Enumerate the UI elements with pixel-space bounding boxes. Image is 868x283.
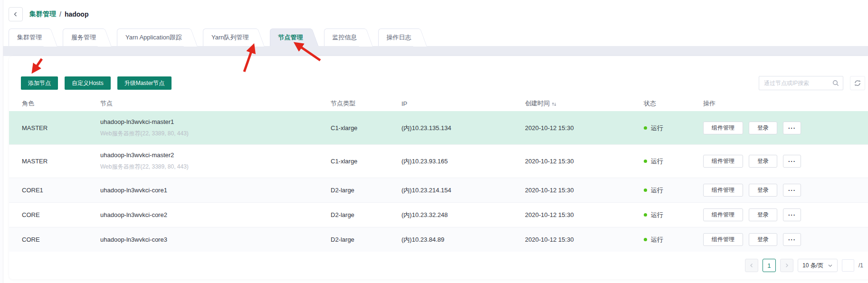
status-dot-icon [644, 160, 647, 163]
status-dot-icon [644, 238, 647, 241]
refresh-button[interactable] [850, 76, 865, 90]
toolbar-buttons: 添加节点自定义Hosts升级Master节点 [21, 76, 178, 90]
breadcrumb-bar: 集群管理 / hadoop [4, 0, 868, 28]
more-actions-button[interactable]: ··· [783, 208, 801, 221]
page-total: /1 [858, 262, 863, 269]
action-button-1[interactable]: 组件管理 [703, 155, 743, 168]
tab-label: 服务管理 [71, 33, 96, 42]
column-header-5: 创建时间 [525, 99, 644, 108]
tab-3[interactable]: Yarn Application跟踪 [117, 28, 188, 46]
tab-label: Yarn队列管理 [211, 33, 249, 42]
created-time-cell: 2020-10-12 15:30 [525, 236, 644, 243]
status-label: 运行 [651, 211, 663, 219]
status-label: 运行 [651, 186, 663, 195]
tab-5[interactable]: 节点管理 [270, 28, 309, 46]
tab-1[interactable]: 集群管理 [9, 28, 48, 46]
table-body: MASTERuhadoop-ln3wvkci-master1Web服务器推荐(2… [9, 111, 868, 252]
breadcrumb-separator: / [59, 10, 61, 18]
table-row-3[interactable]: CORE1uhadoop-ln3wvkci-core1D2-large(内)10… [9, 178, 868, 202]
action-button-1[interactable]: 组件管理 [703, 233, 743, 246]
node-cell: uhadoop-ln3wvkci-core2 [100, 211, 331, 218]
role-cell: CORE [22, 236, 100, 243]
more-actions-button[interactable]: ··· [783, 233, 801, 246]
status-badge: 运行 [644, 211, 703, 219]
action-button-1[interactable]: 组件管理 [703, 208, 743, 221]
chevron-down-icon [828, 263, 833, 268]
chevron-right-icon [784, 263, 790, 268]
pagination: 1 10 条/页 /1 [745, 259, 863, 272]
node-note: Web服务器推荐(22, 3389, 80, 443) [100, 163, 331, 171]
column-header-6: 状态 [644, 99, 703, 108]
status-dot-icon [644, 126, 647, 130]
action-button-2[interactable]: 登录 [749, 208, 777, 221]
pagination-page-1[interactable]: 1 [763, 259, 776, 272]
column-header-label: 角色 [22, 99, 34, 108]
left-gutter [0, 0, 3, 283]
node-name: uhadoop-ln3wvkci-master2 [100, 151, 331, 159]
node-name: uhadoop-ln3wvkci-core1 [100, 187, 331, 194]
tab-7[interactable]: 操作日志 [378, 28, 417, 46]
action-button-2[interactable]: 登录 [749, 184, 777, 197]
tab-bar: 集群管理服务管理Yarn Application跟踪Yarn队列管理节点管理监控… [9, 28, 432, 46]
tab-2[interactable]: 服务管理 [63, 28, 102, 46]
column-header-4: IP [401, 100, 525, 107]
node-name: uhadoop-ln3wvkci-master1 [100, 118, 331, 125]
more-actions-button[interactable]: ··· [783, 155, 801, 168]
column-header-3: 节点类型 [331, 99, 401, 108]
action-button-1[interactable]: 组件管理 [703, 184, 743, 197]
breadcrumb-parent-link[interactable]: 集群管理 [29, 10, 56, 19]
status-label: 运行 [651, 236, 663, 244]
toolbar-button-3[interactable]: 升级Master节点 [117, 76, 172, 90]
node-type-cell: D2-large [331, 236, 401, 243]
table-row-4[interactable]: COREuhadoop-ln3wvkci-core2D2-large(内)10.… [9, 202, 868, 227]
breadcrumb: 集群管理 / hadoop [29, 10, 88, 19]
node-name: uhadoop-ln3wvkci-core2 [100, 211, 331, 218]
action-button-1[interactable]: 组件管理 [703, 122, 743, 134]
back-button[interactable] [9, 7, 23, 21]
search-icon[interactable] [832, 79, 839, 87]
page-size-select[interactable]: 10 条/页 [798, 259, 838, 272]
node-type-cell: D2-large [331, 211, 401, 218]
role-cell: MASTER [22, 158, 100, 165]
tab-label: 操作日志 [387, 33, 411, 42]
column-header-label: 操作 [703, 99, 715, 108]
node-note: Web服务器推荐(22, 3389, 80, 443) [100, 130, 331, 138]
more-actions-button[interactable]: ··· [783, 184, 801, 197]
table-row-2[interactable]: MASTERuhadoop-ln3wvkci-master2Web服务器推荐(2… [9, 144, 868, 178]
page-jump-input[interactable] [842, 259, 854, 272]
ip-cell: (内)10.23.135.134 [401, 124, 525, 132]
tab-label: Yarn Application跟踪 [125, 33, 182, 42]
table-row-1[interactable]: MASTERuhadoop-ln3wvkci-master1Web服务器推荐(2… [9, 111, 868, 144]
sort-icon[interactable] [552, 101, 556, 106]
tab-label: 监控信息 [333, 33, 357, 42]
search-input[interactable] [759, 76, 843, 90]
action-button-2[interactable]: 登录 [749, 233, 777, 246]
chevron-left-icon [749, 263, 754, 268]
node-cell: uhadoop-ln3wvkci-master2Web服务器推荐(22, 338… [100, 151, 331, 171]
pagination-prev-button[interactable] [745, 259, 758, 272]
column-header-label: 节点类型 [331, 99, 355, 108]
table-row-5[interactable]: COREuhadoop-ln3wvkci-core3D2-large(内)10.… [9, 227, 868, 252]
table-header: 角色节点节点类型IP创建时间状态操作 [9, 96, 868, 111]
tab-6[interactable]: 监控信息 [324, 28, 363, 46]
action-button-2[interactable]: 登录 [749, 122, 777, 134]
refresh-icon [854, 79, 861, 87]
column-header-2: 节点 [100, 99, 331, 108]
more-actions-button[interactable]: ··· [783, 122, 801, 134]
tab-label: 节点管理 [278, 33, 303, 42]
tab-4[interactable]: Yarn队列管理 [203, 28, 255, 46]
status-label: 运行 [651, 124, 663, 132]
toolbar-button-2[interactable]: 自定义Hosts [65, 76, 111, 90]
ip-cell: (内)10.23.93.165 [401, 157, 525, 166]
column-header-label: 创建时间 [525, 99, 550, 108]
role-cell: CORE1 [22, 187, 100, 194]
column-header-label: 状态 [644, 99, 656, 108]
created-time-cell: 2020-10-12 15:30 [525, 158, 644, 165]
tab-label: 集群管理 [17, 33, 42, 42]
created-time-cell: 2020-10-12 15:30 [525, 187, 644, 194]
toolbar-right [759, 76, 865, 90]
pagination-next-button[interactable] [780, 259, 793, 272]
page-size-label: 10 条/页 [802, 262, 823, 270]
action-button-2[interactable]: 登录 [749, 155, 777, 168]
toolbar-button-1[interactable]: 添加节点 [21, 76, 58, 90]
